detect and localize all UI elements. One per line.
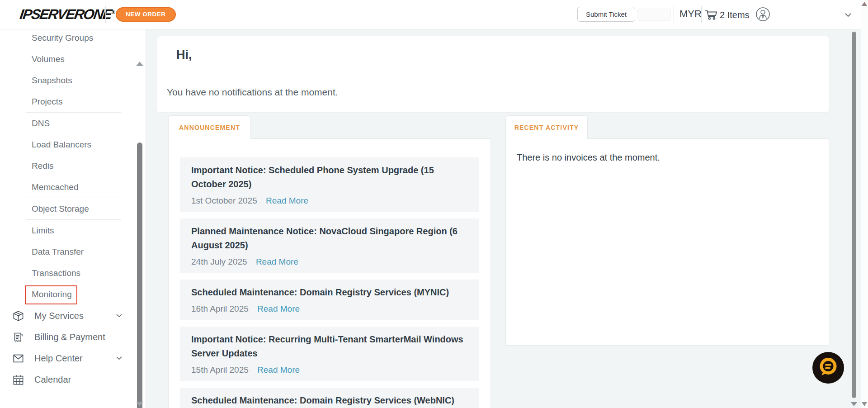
sidebar-item-data-transfer[interactable]: Data Transfer [0,241,146,262]
tab-recent-activity[interactable]: RECENT ACTIVITY [505,115,588,139]
invoice-icon [12,331,24,343]
sidebar-item-monitoring[interactable]: Monitoring [0,284,146,305]
sidebar-item-redis[interactable]: Redis [0,155,146,176]
submit-ticket-button[interactable]: Submit Ticket [577,7,635,22]
greeting-heading: Hi, [176,48,192,62]
sidebar-item-volumes[interactable]: Volumes [0,48,146,70]
header-divider [701,6,702,23]
main-content: Hi, You have no notifications at the mom… [146,29,868,408]
sidebar-item-object-storage[interactable]: Object Storage [0,198,146,219]
registered-mark: ® [111,9,116,15]
sidebar-item-billing-payment[interactable]: Billing & Payment [0,327,146,348]
chevron-down-icon [116,356,123,361]
package-icon [12,310,24,322]
currency-selector[interactable]: MYR [679,8,702,20]
no-invoices-message: There is no invoices at the moment. [517,152,660,163]
live-chat-button[interactable] [812,352,844,384]
sidebar: Security GroupsVolumesSnapshotsProjectsD… [0,29,146,408]
sidebar-item-limits[interactable]: Limits [0,220,146,241]
announcement-item: Planned Maintenance Notice: NovaCloud Si… [180,218,479,273]
chat-bubble-icon [816,355,840,381]
read-more-link[interactable]: Read More [257,365,300,375]
announcement-title: Planned Maintenance Notice: NovaCloud Si… [191,224,468,252]
tab-announcement[interactable]: ANNOUNCEMENT [168,115,251,139]
dashboard-screen: IPSERVERONE® NEW ORDER Submit Ticket MYR… [0,0,868,408]
sidebar-scroll-down-arrow[interactable] [136,402,143,406]
announcement-title: Scheduled Maintenance: Domain Registry S… [191,394,468,408]
window-scrollbar-track[interactable] [861,0,868,408]
announcement-date: 1st October 2025 [191,196,257,205]
sidebar-item-transactions[interactable]: Transactions [0,262,146,284]
notifications-message: You have no notifications at the moment. [167,87,338,98]
top-navbar: IPSERVERONE® NEW ORDER Submit Ticket MYR… [0,0,868,29]
chevron-down-icon [116,313,123,318]
announcement-item: Scheduled Maintenance: Domain Registry S… [180,388,479,408]
redacted-account-area [637,9,671,21]
announcement-list: Important Notice: Scheduled Phone System… [169,139,491,408]
read-more-link[interactable]: Read More [256,257,298,266]
announcement-title: Important Notice: Recurring Multi-Tenant… [191,332,468,361]
announcement-item: Important Notice: Recurring Multi-Tenant… [180,327,479,381]
announcement-item: Important Notice: Scheduled Phone System… [180,157,479,212]
user-profile-button[interactable] [755,7,770,22]
sidebar-item-snapshots[interactable]: Snapshots [0,70,146,91]
welcome-card: Hi, You have no notifications at the mom… [157,36,829,113]
announcement-item: Scheduled Maintenance: Domain Registry S… [180,280,479,320]
announcement-panel: Important Notice: Scheduled Phone System… [168,138,491,408]
header-divider [105,6,106,23]
cart-items-count: 2 Items [720,10,750,20]
window-scroll-up-arrow[interactable] [862,2,867,6]
announcement-date: 15th April 2025 [191,365,249,375]
announcement-date: 16th April 2025 [191,304,249,313]
sidebar-scroll-up-arrow[interactable] [136,62,143,66]
sidebar-item-my-services[interactable]: My Services [0,305,146,327]
new-order-button[interactable]: NEW ORDER [116,7,176,22]
sidebar-item-dns[interactable]: DNS [0,113,146,134]
shopping-cart-icon [704,7,718,23]
sidebar-nav: Security GroupsVolumesSnapshotsProjectsD… [0,27,146,305]
content-scroll-down-arrow[interactable] [851,402,857,406]
announcement-title: Scheduled Maintenance: Domain Registry S… [191,285,468,299]
sidebar-bottom-nav: My Services Billing & Payment Help Cente… [0,305,146,390]
sidebar-item-load-balancers[interactable]: Load Balancers [0,134,146,155]
recent-activity-panel: There is no invoices at the moment. [505,138,829,346]
calendar-icon [12,374,24,386]
sidebar-item-security-groups[interactable]: Security Groups [0,27,146,48]
sidebar-item-projects[interactable]: Projects [0,91,146,112]
ipserverone-logo[interactable]: IPSERVERONE® [19,6,116,23]
sidebar-item-help-center[interactable]: Help Center [0,348,146,369]
content-scrollbar-thumb[interactable] [852,32,856,398]
cart-button[interactable]: 2 Items [704,7,750,23]
read-more-link[interactable]: Read More [257,304,300,313]
header-divider [674,6,674,23]
sidebar-item-memcached[interactable]: Memcached [0,176,146,198]
read-more-link[interactable]: Read More [266,196,308,205]
user-profile-icon [755,15,770,23]
window-scroll-down-arrow[interactable] [862,402,867,406]
chevron-down-icon[interactable] [844,11,852,19]
announcement-title: Important Notice: Scheduled Phone System… [191,163,468,191]
sidebar-item-calendar[interactable]: Calendar [0,369,146,390]
envelope-icon [12,352,24,365]
sidebar-scrollbar-thumb[interactable] [137,142,142,408]
announcement-date: 24th July 2025 [191,257,247,266]
header-divider [634,6,634,23]
